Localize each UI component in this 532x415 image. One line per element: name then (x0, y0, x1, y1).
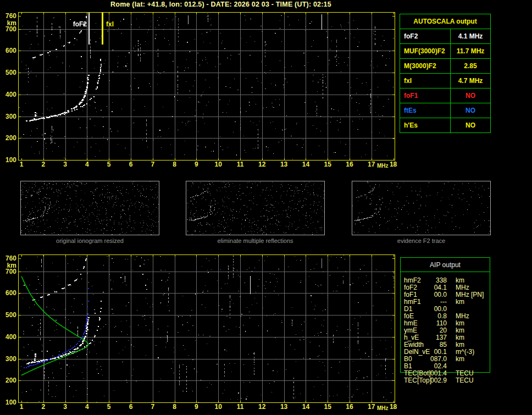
thumbnail-eliminate-reflections (186, 181, 325, 235)
thumbnail-canvas-1 (21, 181, 159, 235)
x-axis-unit-label: MHz (377, 163, 389, 169)
y-tick-label: 100 (0, 399, 16, 406)
y-tick-label: 600 (0, 290, 16, 297)
thumbnail-3-caption: evidence F2 trace (352, 237, 491, 244)
x-tick-label: 5 (102, 403, 116, 411)
autoscala-row-value: NO (451, 88, 490, 103)
aip-unit: km (456, 298, 464, 306)
x-tick-label: 3 (58, 403, 73, 411)
autoscala-row-value: NO (451, 118, 490, 132)
x-tick-label: 3 (58, 161, 73, 168)
ionogram-plot-top: foF2 fxI (18, 12, 395, 161)
thumbnail-evidence-f2-trace (352, 181, 491, 235)
aip-table: AIP output hmF2338km foF204.1MHz foF100.… (400, 257, 490, 373)
x-tick-label: 10 (211, 403, 225, 411)
x-tick-label: 5 (102, 161, 116, 168)
autoscala-row-m3000f2: M(3000)F2 2.85 (400, 59, 490, 74)
x-tick-label: 11 (233, 161, 247, 168)
x-tick-label: 2 (36, 161, 51, 168)
y-tick-label: 600 (0, 47, 16, 54)
thumbnail-canvas-3 (352, 181, 490, 235)
x-tick-label: 13 (277, 403, 291, 411)
aip-table-header: AIP output (401, 258, 490, 272)
autoscala-row-value: 11.7 MHz (451, 44, 490, 58)
fxi-marker-label: fxI (106, 20, 114, 28)
x-tick-label: 4 (80, 161, 94, 168)
x-axis-unit-label: MHz (377, 405, 389, 411)
autoscala-row-label: ftEs (400, 103, 451, 118)
x-tick-label: 4 (80, 403, 94, 411)
x-tick-label: 12 (255, 403, 269, 411)
autoscala-table-header: AUTOSCALA output (400, 14, 490, 29)
autoscala-row-hes: h'Es NO (400, 118, 490, 132)
y-tick-label: 500 (0, 69, 16, 76)
x-tick-label: 14 (298, 403, 313, 411)
aip-value: 002.9 (408, 377, 447, 384)
x-tick-label: 8 (168, 403, 182, 411)
x-tick-label: 11 (233, 403, 247, 411)
autoscala-table: AUTOSCALA output foF2 4.1 MHz MUF(3000)F… (400, 14, 491, 133)
y-tick-label: 200 (0, 135, 16, 142)
x-tick-label: 7 (146, 161, 160, 168)
autoscala-row-ftes: ftEs NO (400, 103, 490, 118)
autoscala-row-label: fxI (400, 74, 451, 88)
aip-note: [PN] (471, 291, 484, 298)
x-tick-label: 6 (124, 161, 138, 168)
autoscala-row-label: h'Es (400, 118, 451, 132)
y-tick-label: 400 (0, 91, 16, 98)
aip-unit: TECU (456, 377, 474, 384)
page-title: Rome (lat: +41.8, lon: 012.5) - DATE: 20… (18, 1, 424, 8)
y-tick-label: 300 (0, 356, 16, 363)
ionogram-canvas-bottom (19, 255, 395, 402)
aip-row-tectop: TEC[Top]002.9TECU (401, 377, 490, 384)
autoscala-row-fxi: fxI 4.7 MHz (400, 74, 490, 88)
ionogram-canvas-top (19, 13, 395, 160)
y-tick-label: 300 (0, 113, 16, 120)
x-tick-label: 14 (298, 161, 313, 168)
x-tick-label: 9 (189, 403, 203, 411)
x-tick-label: 15 (320, 161, 335, 168)
fof2-marker-label: foF2 (65, 20, 87, 28)
thumbnail-original-ionogram (20, 181, 159, 235)
y-tick-label: 500 (0, 312, 16, 319)
x-tick-label: 8 (168, 161, 182, 168)
ionogram-plot-bottom (18, 254, 395, 403)
y-axis-unit-label: km (0, 20, 16, 27)
x-tick-label: 15 (320, 403, 335, 411)
autoscala-row-label: MUF(3000)F2 (400, 44, 451, 58)
autoscala-screen: Rome (lat: +41.8, lon: 012.5) - DATE: 20… (0, 0, 532, 415)
x-tick-label: 9 (189, 161, 203, 168)
x-tick-label: 12 (255, 161, 269, 168)
autoscala-row-muf3000f2: MUF(3000)F2 11.7 MHz (400, 44, 490, 59)
aip-unit: km (456, 356, 464, 363)
autoscala-row-fof2: foF2 4.1 MHz (400, 29, 490, 44)
autoscala-row-value: 4.1 MHz (451, 29, 490, 43)
autoscala-row-fof1: foF1 NO (400, 88, 490, 103)
x-tick-label: 7 (146, 403, 160, 411)
y-tick-label: 100 (0, 157, 16, 164)
autoscala-row-label: M(3000)F2 (400, 59, 451, 73)
autoscala-row-value: 2.85 (451, 59, 490, 73)
x-tick-label: 16 (342, 403, 357, 411)
x-tick-label: 13 (277, 161, 291, 168)
autoscala-row-label: foF2 (400, 29, 451, 43)
x-tick-label: 6 (124, 403, 138, 411)
x-tick-label: 2 (36, 403, 51, 411)
x-tick-label: 17 (364, 403, 379, 411)
x-tick-label: 10 (211, 161, 225, 168)
y-tick-label: 400 (0, 334, 16, 341)
x-tick-label: 17 (364, 161, 379, 168)
thumbnail-canvas-2 (186, 181, 324, 235)
thumbnail-2-caption: eliminate multiple reflections (186, 237, 325, 244)
y-axis-unit-label: km (0, 262, 16, 269)
thumbnail-1-caption: original ionogram resized (20, 237, 159, 244)
autoscala-row-value: NO (451, 103, 490, 118)
autoscala-row-label: foF1 (400, 88, 451, 103)
x-tick-label: 16 (342, 161, 357, 168)
autoscala-row-value: 4.7 MHz (451, 74, 490, 88)
y-tick-label: 200 (0, 377, 16, 384)
